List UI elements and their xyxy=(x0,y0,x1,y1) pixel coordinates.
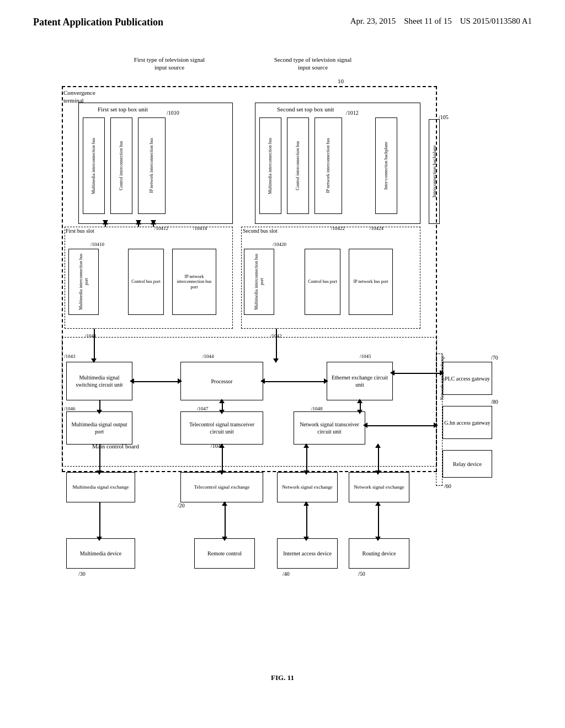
arrow-rc-exch xyxy=(222,501,227,506)
ref-1046: /1046 xyxy=(64,406,76,411)
ref-1045: /1045 xyxy=(360,354,371,359)
arrow-exch-tc xyxy=(219,443,225,448)
ref-1043: /1043 xyxy=(64,354,76,359)
arrow-ia-exch xyxy=(303,501,309,506)
arrow-tc-exch xyxy=(219,470,225,475)
fbs-ip-port: IP network interconnection bus port xyxy=(172,249,216,315)
stb1-bus3: IP network interconnection bus xyxy=(138,117,166,214)
plc-box: PLC access gateway xyxy=(443,362,492,395)
stb2-bus1: Multimedia interconnection bus xyxy=(259,117,281,214)
vline-1042 xyxy=(276,329,277,361)
ref-1047: /1047 xyxy=(197,406,209,411)
vline-exch-mm xyxy=(99,502,100,538)
arrow-sw-out xyxy=(97,410,102,414)
hline-nt-relay xyxy=(365,425,436,426)
arrow-proc-tc xyxy=(219,410,225,414)
routing-device-box: Routing device xyxy=(349,538,409,569)
internet-access-box: Internet access device xyxy=(277,538,338,569)
network-transceiver-box: Network signal transceiver circuit unit xyxy=(294,411,365,445)
arrow-plc-eth xyxy=(390,370,395,376)
hline-eth-plc xyxy=(393,373,443,374)
ref-80: /80 xyxy=(491,399,498,405)
multimedia-switching-box: Multimedia signal switching circuit unit xyxy=(66,362,132,400)
arrow-eth-plc xyxy=(440,370,444,376)
backplane-box: Interconnection backplane xyxy=(429,119,440,224)
arrow-proc-eth-r xyxy=(324,378,328,384)
vline-out-exch xyxy=(99,445,100,472)
ref-50: /50 xyxy=(358,571,365,577)
vline-exch-rc xyxy=(225,502,226,538)
processor-box: Processor xyxy=(180,362,263,400)
ref-1044: /1044 xyxy=(202,354,214,359)
backplane-label-text: Interconnection backplane xyxy=(431,145,438,197)
figure-container: First type of television signal input so… xyxy=(56,56,509,662)
ref-10420: /10420 xyxy=(273,242,286,247)
second-signal-label: Second type of television signal input s… xyxy=(271,56,354,72)
sbs-multimedia-port: Multimedia interconnection bus port xyxy=(244,249,274,315)
multimedia-exchange-box: Multimedia signal exchange xyxy=(66,472,135,502)
hline-sw-proc xyxy=(132,381,180,382)
telecontrol-signal-box: Telecontrol signal transceiver circuit u… xyxy=(180,411,263,445)
network-exchange1-box: Network signal exchange xyxy=(277,472,338,502)
publication-info: Apr. 23, 2015 Sheet 11 of 15 US 2015/011… xyxy=(350,17,532,26)
first-signal-label: First type of television signal input so… xyxy=(128,56,211,72)
arrow-exch-ia xyxy=(303,537,309,541)
network-exchange2-box: Network signal exchange xyxy=(349,472,409,502)
stb2-bus3: IP network interconnection bus xyxy=(315,117,342,214)
header: Patent Application Publication Apr. 23, … xyxy=(33,17,532,34)
hline-proc-eth xyxy=(263,381,327,382)
multimedia-device-box: Multimedia device xyxy=(66,538,135,569)
arrow-sw-proc-r xyxy=(178,378,182,384)
arrow-1042 xyxy=(273,358,279,363)
ref-30: /30 xyxy=(78,571,86,577)
ethernet-exchange-box: Ethernet exchange circuit unit xyxy=(327,362,393,400)
ref-60: /60 xyxy=(444,483,451,489)
arrow-exch-rc xyxy=(222,537,227,541)
arrow-sw-proc-l xyxy=(130,378,134,384)
arrow-relay-nt xyxy=(363,422,367,428)
vline-nt-exch2 xyxy=(378,445,379,472)
vline-1041 xyxy=(94,329,95,361)
arrow-exch1-nt xyxy=(303,443,309,448)
arrow-tc-proc xyxy=(219,399,225,403)
arrow-exch-rd xyxy=(375,537,381,541)
ref-10410: /10410 xyxy=(90,242,104,247)
diagram-area: First type of television signal input so… xyxy=(33,56,532,682)
arrow-nt-eth xyxy=(357,399,363,403)
ref-10: 10 xyxy=(338,78,344,84)
arrow-nt-relay xyxy=(434,422,438,428)
ref-10424: /10424 xyxy=(370,226,383,231)
fbs-multimedia-port: Multimedia interconnection bus port xyxy=(68,249,99,315)
vline-exch-rd xyxy=(378,502,379,538)
stb2-bus4: Inter-connection backplane xyxy=(375,117,397,214)
multimedia-output-box: Multimedia signal output port xyxy=(66,411,132,445)
ref-105: /105 xyxy=(439,114,449,120)
arrow-exch-mm xyxy=(97,537,102,541)
relay-box: Relay device xyxy=(443,450,492,478)
arrow-exch2-nt xyxy=(375,443,381,448)
telecontrol-exchange-box: Telecontrol signal exchange xyxy=(180,472,263,502)
ref-10422: /10422 xyxy=(331,226,345,231)
fbs-control-port: Control bus port xyxy=(128,249,164,315)
second-stb-label: Second set top box unit xyxy=(277,106,334,113)
first-stb-label: First set top box unit xyxy=(98,106,148,113)
network-signal-exchange-label: Network signal exchange xyxy=(440,355,445,400)
sbs-ip-port: IP network bus port xyxy=(349,249,393,315)
page: Patent Application Publication Apr. 23, … xyxy=(0,0,565,728)
ref-20: /20 xyxy=(178,502,185,508)
vline-nt-exch1 xyxy=(306,445,307,472)
first-bus-slot-label: First bus slot xyxy=(66,228,94,234)
arrow-eth-nt xyxy=(357,410,363,414)
arrow-rd-exch xyxy=(375,501,381,506)
second-bus-slot-label: Second bus slot xyxy=(243,228,278,234)
arrow-proc-eth-l xyxy=(260,378,265,384)
ref-40: /40 xyxy=(282,571,290,577)
vline-exch-ia xyxy=(306,502,307,538)
arrow-nt-exch2 xyxy=(375,470,381,475)
ref-1048: /1048 xyxy=(311,406,323,411)
sbs-control-port: Control bus port xyxy=(305,249,340,315)
ghn-box: G.hn access gateway xyxy=(443,406,492,439)
vline-tc-exch xyxy=(222,445,223,472)
ref-10414: /10414 xyxy=(193,226,207,231)
ref-70: /70 xyxy=(491,355,498,361)
